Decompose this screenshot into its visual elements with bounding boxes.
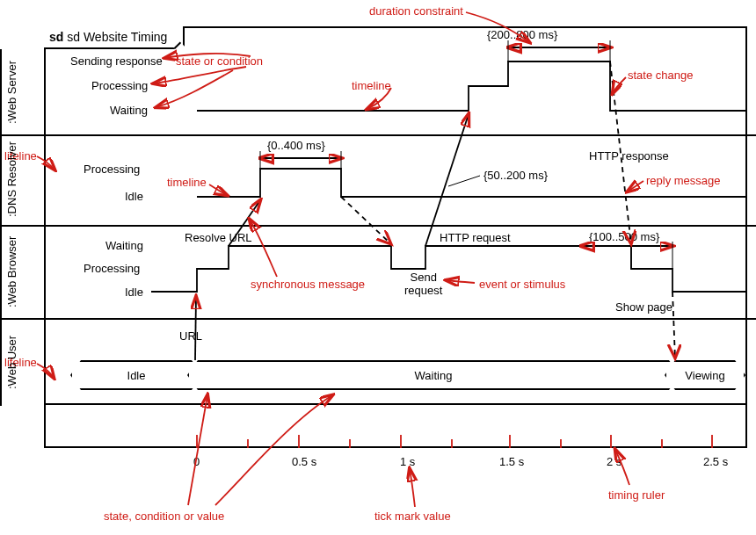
state-hex-viewing: Viewing xyxy=(665,360,745,390)
state-processing-ws: Processing xyxy=(91,79,148,92)
annot-tick: tick mark value xyxy=(374,510,451,523)
swimlane-div-1 xyxy=(0,134,756,136)
lifeline-browser: :Web Browser xyxy=(0,225,21,318)
annot-state-change: state change xyxy=(628,69,693,82)
duration-200-800: {200..800 ms} xyxy=(487,28,557,41)
tick-15: 1.5 s xyxy=(499,455,524,468)
annot-reply-message: reply message xyxy=(646,174,721,187)
msg-send-req: Sendrequest xyxy=(404,271,442,297)
state-processing-dns: Processing xyxy=(84,163,140,176)
msg-url: URL xyxy=(179,329,202,343)
tick-2: 2 s xyxy=(607,455,622,468)
state-idle-dns: Idle xyxy=(125,190,143,203)
lifeline-user: :Web User xyxy=(0,318,21,406)
state-hex-idle: Idle xyxy=(70,360,202,390)
annot-duration-constraint: duration constraint xyxy=(369,4,463,18)
msg-http-resp: HTTP response xyxy=(589,149,669,163)
annot-state-value: state, condition or value xyxy=(104,510,224,523)
msg-http-req: HTTP request xyxy=(440,231,511,244)
annot-timeline-2: timeline xyxy=(167,176,207,189)
lifeline-web-server: :Web Server xyxy=(0,49,21,134)
tick-05: 0.5 s xyxy=(292,455,316,468)
tick-1: 1 s xyxy=(400,455,415,468)
frame-name-text: sd Website Timing xyxy=(67,30,167,44)
tick-25: 2.5 s xyxy=(703,455,728,468)
state-waiting-wb: Waiting xyxy=(105,239,143,252)
state-waiting-ws: Waiting xyxy=(110,104,148,117)
annot-timeline-1: timeline xyxy=(352,79,391,92)
msg-show-page: Show page xyxy=(615,300,672,314)
annot-event: event or stimulus xyxy=(479,278,565,291)
annot-ruler: timing ruler xyxy=(608,488,665,502)
swimlane-div-2 xyxy=(0,225,756,227)
duration-100-500: {100..500 ms} xyxy=(589,230,659,243)
duration-50-200: {50..200 ms} xyxy=(483,169,548,182)
state-idle-wb: Idle xyxy=(125,286,143,299)
state-processing-wb: Processing xyxy=(84,262,140,275)
diagram-canvas: sd sd Website Timing :Web Server Sending… xyxy=(0,0,756,535)
frame-name: sd sd Website Timing xyxy=(44,26,185,49)
lifeline-dns: :DNS Resolver xyxy=(0,134,21,225)
annot-sync-msg: synchronous message xyxy=(251,278,365,291)
annot-state-or-condition: state or condition xyxy=(176,54,263,68)
duration-0-400: {0..400 ms} xyxy=(267,139,325,152)
state-sending-response: Sending response xyxy=(70,54,163,68)
state-hex-waiting: Waiting xyxy=(187,360,680,390)
swimlane-div-3 xyxy=(0,318,756,320)
tick-0: 0 xyxy=(193,455,200,468)
msg-resolve: Resolve URL xyxy=(185,231,252,244)
